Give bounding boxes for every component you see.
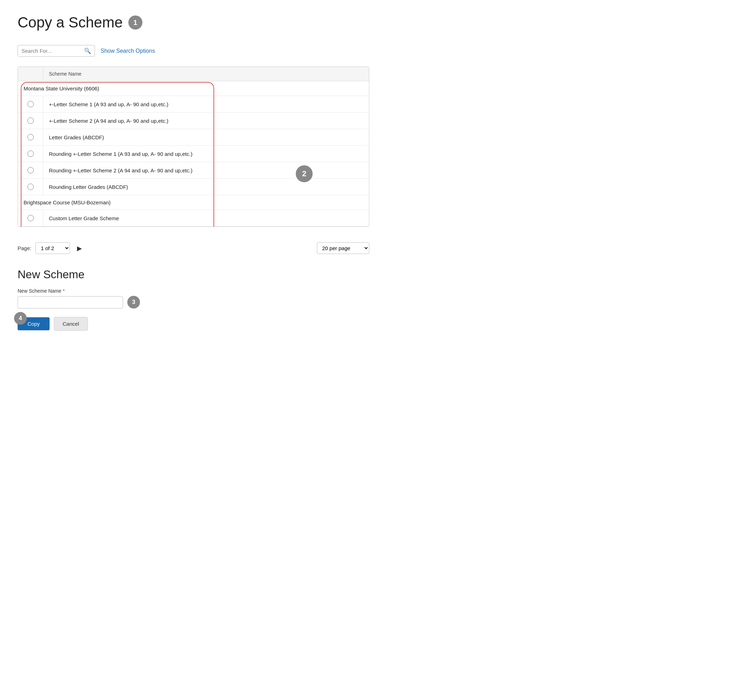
page-title: Copy a Scheme bbox=[18, 14, 123, 31]
radio-cell-6[interactable] bbox=[18, 179, 43, 195]
new-scheme-input-row: 3 bbox=[18, 296, 369, 309]
step2-badge: 2 bbox=[296, 165, 313, 182]
scheme-table: 2 Scheme Name Montana State University (… bbox=[18, 66, 369, 227]
radio-scheme-5[interactable] bbox=[28, 167, 34, 174]
table-header: Scheme Name bbox=[18, 67, 369, 81]
search-input-wrap[interactable]: 🔍 bbox=[18, 45, 95, 57]
radio-cell-4[interactable] bbox=[18, 146, 43, 162]
pagination-left: Page: 1 of 2 2 of 2 ▶ bbox=[18, 243, 85, 254]
scheme-name-4: Rounding +-Letter Scheme 1 (A 93 and up,… bbox=[43, 146, 369, 162]
search-icon: 🔍 bbox=[84, 47, 91, 54]
search-input[interactable] bbox=[21, 48, 83, 54]
radio-scheme-3[interactable] bbox=[28, 134, 34, 140]
table-row: Letter Grades (ABCDF) bbox=[18, 129, 369, 146]
next-page-button[interactable]: ▶ bbox=[74, 243, 85, 254]
search-row: 🔍 Show Search Options bbox=[18, 45, 369, 57]
table-row: Rounding +-Letter Scheme 1 (A 93 and up,… bbox=[18, 146, 369, 162]
radio-scheme-1[interactable] bbox=[28, 101, 34, 107]
radio-scheme-6[interactable] bbox=[28, 184, 34, 190]
required-marker: * bbox=[63, 288, 64, 294]
scheme-name-5: Rounding +-Letter Scheme 2 (A 94 and up,… bbox=[43, 162, 369, 178]
page-title-row: Copy a Scheme 1 bbox=[18, 14, 369, 31]
table-row: +-Letter Scheme 1 (A 93 and up, A- 90 an… bbox=[18, 96, 369, 113]
radio-cell-2[interactable] bbox=[18, 113, 43, 129]
table-row: +-Letter Scheme 2 (A 94 and up, A- 90 an… bbox=[18, 113, 369, 129]
cancel-button[interactable]: Cancel bbox=[54, 317, 88, 331]
step1-badge: 1 bbox=[128, 15, 143, 29]
table-row: Rounding Letter Grades (ABCDF) bbox=[18, 179, 369, 195]
table-row: Custom Letter Grade Scheme bbox=[18, 210, 369, 226]
scheme-name-3: Letter Grades (ABCDF) bbox=[43, 129, 369, 145]
pagination-row: Page: 1 of 2 2 of 2 ▶ 20 per page 50 per… bbox=[18, 237, 369, 261]
group-label-montana: Montana State University (6606) bbox=[18, 81, 369, 96]
new-scheme-title: New Scheme bbox=[18, 268, 369, 281]
radio-scheme-2[interactable] bbox=[28, 118, 34, 124]
table-header-scheme-name: Scheme Name bbox=[43, 67, 369, 81]
scheme-name-7: Custom Letter Grade Scheme bbox=[43, 210, 369, 226]
scheme-name-6: Rounding Letter Grades (ABCDF) bbox=[43, 179, 369, 195]
table-header-radio bbox=[18, 67, 43, 81]
per-page-wrapper: 20 per page 50 per page 100 per page bbox=[317, 243, 369, 254]
table-row: Rounding +-Letter Scheme 2 (A 94 and up,… bbox=[18, 162, 369, 179]
group-label-brightspace: Brightspace Course (MSU-Bozeman) bbox=[18, 195, 369, 210]
page-label: Page: bbox=[18, 245, 31, 251]
scheme-name-2: +-Letter Scheme 2 (A 94 and up, A- 90 an… bbox=[43, 113, 369, 129]
step3-badge: 3 bbox=[127, 296, 140, 309]
radio-cell-7[interactable] bbox=[18, 210, 43, 226]
radio-cell-3[interactable] bbox=[18, 129, 43, 145]
show-search-options-link[interactable]: Show Search Options bbox=[101, 48, 155, 54]
radio-cell-1[interactable] bbox=[18, 96, 43, 112]
scheme-name-1: +-Letter Scheme 1 (A 93 and up, A- 90 an… bbox=[43, 96, 369, 112]
page-select[interactable]: 1 of 2 2 of 2 bbox=[35, 243, 70, 254]
per-page-select[interactable]: 20 per page 50 per page 100 per page bbox=[317, 243, 369, 254]
step4-badge: 4 bbox=[14, 312, 27, 325]
radio-scheme-4[interactable] bbox=[28, 150, 34, 157]
new-scheme-name-label: New Scheme Name * bbox=[18, 288, 369, 294]
radio-cell-5[interactable] bbox=[18, 162, 43, 178]
buttons-row: 4 Copy Cancel bbox=[18, 317, 369, 331]
new-scheme-section: New Scheme New Scheme Name * 3 4 Copy Ca… bbox=[18, 268, 369, 331]
new-scheme-name-input[interactable] bbox=[18, 296, 123, 309]
radio-scheme-7[interactable] bbox=[28, 215, 34, 221]
